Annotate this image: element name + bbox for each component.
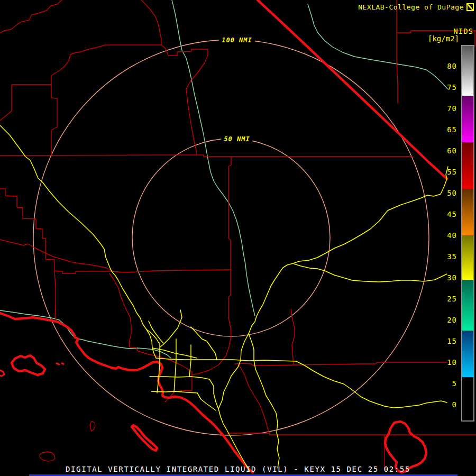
city-road-main-horizontal [156,358,296,361]
ring-label-100-nmi: 100 NMI [219,36,255,44]
river-northeast [308,4,447,89]
highway-main-east [249,167,448,468]
color-scale-tick-55: 55 [447,168,457,176]
color-scale-tick-35: 35 [447,252,457,261]
interstate-thick-ne [258,0,447,179]
radar-map [0,0,476,476]
island-edge-piece [0,370,4,376]
lake-outline-small [90,422,95,431]
coastline-pacific [0,313,253,472]
color-scale-tick-5: 5 [452,379,457,388]
highway-lower-east [294,264,447,282]
city-road-link-3 [147,329,159,343]
county-boundary-south-horizontal [227,433,476,435]
county-boundary-ne-steps [161,45,208,154]
color-scale-tick-80: 80 [447,62,457,70]
color-scale-tick-25: 25 [447,295,457,303]
city-road-link-1 [209,379,214,393]
dupage-logo-icon [466,3,474,11]
color-scale-segment-teal-green [462,280,473,331]
county-boundary-nw-diag [0,0,62,33]
color-scale-tick-75: 75 [447,83,457,91]
color-scale-segment-blue-cyan [462,331,473,377]
color-scale-tick-70: 70 [447,104,457,113]
island-channel-large [12,355,45,375]
color-scale-tick-20: 20 [447,316,457,324]
product-title: DIGITAL VERTICALLY INTEGRATED LIQUID (VI… [0,465,476,473]
color-scale-tick-30: 30 [447,273,457,282]
county-boundary-west-steps [51,45,105,85]
city-road-vert-3 [189,345,191,377]
color-scale-segment-olive-yellow [462,235,473,280]
color-scale-segment-dark-red-red [462,142,473,189]
radar-display: 100 NMI50 NMI NEXLAB-College of DuPage N… [0,0,476,476]
island-catalina [132,425,157,451]
county-boundary-main-horizontal [0,155,413,157]
city-road-vert-2 [174,339,176,392]
county-boundary-mid-south [291,309,295,364]
vil-color-scale [461,45,474,422]
color-scale-tick-15: 15 [447,337,457,345]
county-boundary-east-horizontal [235,362,447,365]
brand-text: NEXLAB-College of DuPage [358,3,464,11]
color-scale-segment-purple-magenta [462,96,473,142]
island-speck-1 [57,363,59,364]
color-scale-tick-65: 65 [447,125,457,134]
river-mojave [172,0,255,316]
color-scale-tick-40: 40 [447,231,457,240]
brand-line: NEXLAB-College of DuPage [358,3,474,11]
county-boundary-north [141,0,161,45]
color-scale-segment-brown-orange [462,189,473,235]
units-label: [kg/m2] [428,34,459,43]
island-outline-thin [40,452,55,461]
city-road-north-2 [160,310,182,347]
city-road-north-3 [191,327,217,360]
color-scale-tick-45: 45 [447,210,457,218]
county-boundary-west-coast-vert [54,271,57,321]
color-scale-segment-gray [462,46,473,96]
highway-southeast-sweep [296,361,447,408]
ring-label-50-nmi: 50 NMI [221,135,252,143]
city-road-link-2 [197,393,216,410]
color-scale-tick-50: 50 [447,189,457,197]
county-boundary-ne-vertical [397,0,398,103]
county-boundary-center-vertical [228,157,231,270]
island-speck-2 [62,363,63,364]
county-boundary-west-box [0,85,51,121]
range-ring-50-nmi [132,139,330,336]
color-scale-tick-10: 10 [447,358,457,367]
color-scale-tick-0: 0 [452,400,457,409]
color-scale-segment-black [462,377,473,419]
highway-sw-branch [218,334,249,409]
city-road-north-1 [149,321,163,343]
county-boundary-se-branch [239,365,269,433]
color-scale-tick-60: 60 [447,147,457,155]
